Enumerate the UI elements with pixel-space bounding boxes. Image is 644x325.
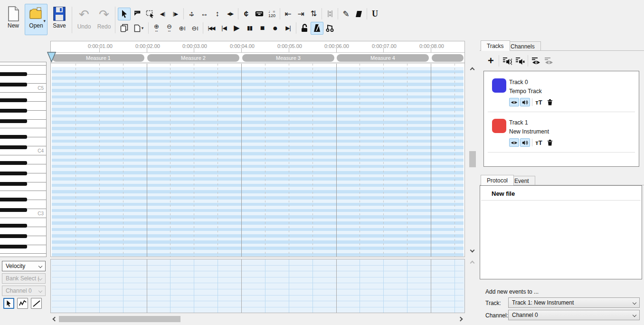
- paste-button[interactable]: ▾: [131, 22, 147, 35]
- velocity-area[interactable]: [50, 259, 465, 313]
- redo-icon: ↷: [99, 9, 109, 19]
- lock-button[interactable]: [298, 22, 311, 35]
- measure-bar[interactable]: Measure 1: [52, 54, 144, 62]
- standard-tool-button[interactable]: [118, 8, 131, 20]
- scroll-left-icon[interactable]: [53, 317, 57, 322]
- track-color-swatch[interactable]: [492, 119, 506, 133]
- unmute-all-tracks-button[interactable]: [501, 55, 513, 67]
- hide-all-tracks-button[interactable]: [542, 55, 555, 67]
- velocity-line-tool-button[interactable]: [31, 298, 42, 309]
- channel-select[interactable]: Channel 0: [508, 310, 640, 320]
- zoom-vertical-out-button[interactable]: ⊖I: [189, 22, 201, 35]
- stop-button[interactable]: ■: [256, 22, 269, 35]
- mute-all-tracks-button[interactable]: [513, 55, 526, 67]
- track-select[interactable]: Track 1: New Instrument: [508, 297, 640, 308]
- quantize-button[interactable]: [323, 8, 336, 20]
- piano-key-label: C4: [38, 148, 44, 153]
- magnet-icon: U: [372, 10, 378, 18]
- measure-bar[interactable]: Measure 3: [242, 54, 334, 62]
- track-audible-button[interactable]: [520, 138, 530, 147]
- velocity-freehand-tool-button[interactable]: [17, 298, 28, 309]
- trash-icon: [547, 99, 553, 105]
- track-delete-button[interactable]: [545, 138, 555, 147]
- track-rename-button[interactable]: тT: [534, 98, 544, 106]
- pencil-tool-button[interactable]: ✎: [340, 8, 352, 20]
- track-visible-button[interactable]: [509, 98, 519, 106]
- open-folder-icon: [29, 6, 43, 21]
- scroll-right-icon[interactable]: [458, 317, 463, 322]
- measure-spread-button[interactable]: ⇅: [307, 8, 320, 20]
- velocity-select-tool-button[interactable]: [3, 298, 14, 309]
- vertical-scrollbar[interactable]: [468, 66, 477, 257]
- play-button[interactable]: ▶: [230, 22, 243, 35]
- add-track-button[interactable]: +: [484, 55, 497, 67]
- stretch-tool-button[interactable]: ◀|▶: [224, 8, 237, 20]
- horizontal-scrollbar[interactable]: [50, 315, 465, 324]
- measure-row[interactable]: Measure 1 Measure 2 Measure 3 Measure 4: [51, 52, 464, 63]
- velocity-type-select[interactable]: Velocity: [2, 261, 46, 271]
- measure-bar[interactable]: Measure 4: [337, 54, 429, 62]
- back-button[interactable]: |◀: [218, 22, 230, 35]
- select-left-tool-button[interactable]: ◀|: [156, 8, 169, 20]
- measure-bar[interactable]: Measure 2: [147, 54, 239, 62]
- track-delete-button[interactable]: [545, 98, 555, 106]
- track-audible-button[interactable]: [520, 98, 530, 106]
- scroll-down-icon[interactable]: [470, 248, 475, 253]
- measure-shift-right-button[interactable]: ⇥: [294, 8, 307, 20]
- redo-button[interactable]: ↷ Redo: [95, 4, 114, 35]
- tempo-button[interactable]: ♩=120: [265, 8, 278, 20]
- track-row-0[interactable]: Track 0 Tempo Track тT: [484, 71, 639, 112]
- grid-area[interactable]: [52, 64, 464, 257]
- eraser-tool-button[interactable]: [352, 8, 365, 20]
- vertical-scroll-thumb[interactable]: [469, 151, 476, 167]
- open-file-button[interactable]: Open ▾: [25, 4, 47, 35]
- half-speed-button[interactable]: ¢: [240, 8, 253, 20]
- undo-button[interactable]: ↶ Undo: [75, 4, 94, 35]
- move-all-tool-button[interactable]: ↔↕: [185, 8, 198, 20]
- measure-bar[interactable]: [432, 54, 464, 62]
- back-to-begin-button[interactable]: |◀◀: [205, 22, 218, 35]
- track-rename-button[interactable]: тT: [534, 138, 544, 147]
- zoom-vertical-in-button[interactable]: ⊕I: [176, 22, 189, 35]
- record-button[interactable]: ●: [269, 22, 282, 35]
- measure-ruler-button[interactable]: [253, 8, 265, 20]
- move-horizontal-tool-button[interactable]: ↔: [198, 8, 211, 20]
- channel-select-value: Channel 0: [512, 312, 633, 318]
- copy-button[interactable]: [118, 22, 131, 35]
- playback-cursor-icon[interactable]: [47, 52, 56, 63]
- tab-protocol[interactable]: Protocol: [481, 175, 514, 185]
- measure-shift-left-button[interactable]: ⇤: [282, 8, 294, 20]
- magnet-tool-button[interactable]: U: [369, 8, 381, 20]
- midi-connections-button[interactable]: [323, 22, 336, 35]
- new-file-button[interactable]: New: [4, 4, 23, 35]
- channel-select-label: Channel:: [485, 312, 508, 319]
- zoom-horizontal-out-button[interactable]: ⊖↔: [163, 22, 176, 35]
- velocity-scroll-up-icon[interactable]: [470, 261, 475, 266]
- box-select-tool-button[interactable]: [143, 8, 156, 20]
- channel-select-left[interactable]: Channel 0: [2, 286, 46, 296]
- zoom-horizontal-in-button[interactable]: ⊕↔: [150, 22, 163, 35]
- pause-button[interactable]: ▮▮: [243, 22, 256, 35]
- time-row[interactable]: 0:00:01.00 0:00:02.00 0:00:03.00 0:00:04…: [52, 41, 464, 52]
- forward-button[interactable]: ▶|: [282, 22, 294, 35]
- piano-keyboard[interactable]: C5 C4 C3: [0, 62, 47, 257]
- line-select-tool-button[interactable]: [131, 8, 143, 20]
- scroll-up-icon[interactable]: [470, 67, 475, 72]
- track-visible-button[interactable]: [509, 138, 519, 147]
- track-row-1[interactable]: Track 1 New Instrument тT: [484, 112, 639, 152]
- save-file-button[interactable]: Save: [49, 4, 69, 35]
- select-right-tool-button[interactable]: |▶: [169, 8, 182, 20]
- open-dropdown-arrow-icon[interactable]: ▾: [43, 19, 46, 23]
- horizontal-scroll-thumb[interactable]: [59, 316, 180, 322]
- separator: [532, 98, 532, 106]
- pencil-icon: ✎: [342, 10, 349, 18]
- zoom-horizontal-out-icon: ⊖↔: [167, 23, 172, 33]
- track-color-swatch[interactable]: [492, 78, 506, 93]
- protocol-entry[interactable]: New file: [492, 190, 515, 197]
- move-vertical-tool-button[interactable]: ↕: [211, 8, 224, 20]
- metronome-button[interactable]: [311, 22, 323, 35]
- show-all-tracks-button[interactable]: [530, 55, 542, 67]
- tab-tracks[interactable]: Tracks: [481, 40, 510, 51]
- trash-icon: [547, 139, 553, 146]
- bank-select[interactable]: Bank Select (: [2, 273, 46, 284]
